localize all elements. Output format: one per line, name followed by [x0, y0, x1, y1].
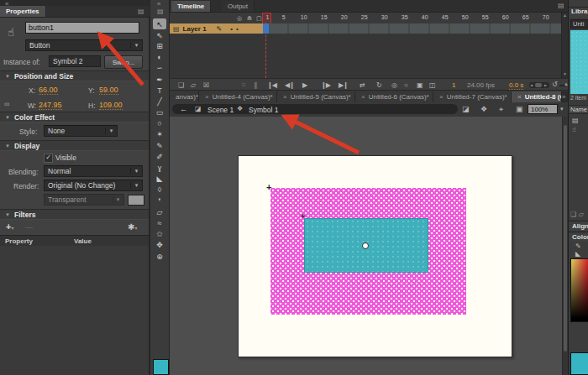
free-transform-tool[interactable]: ⊞ — [150, 40, 169, 51]
edit-multiple-frames-button[interactable]: ▣ — [417, 81, 423, 89]
zoom-tool[interactable]: ⊕ — [150, 251, 169, 262]
oval-tool[interactable]: ○ — [150, 118, 169, 129]
layer-name[interactable]: Layer 1 — [183, 25, 207, 33]
y-value[interactable]: 59.00 — [99, 86, 118, 95]
render-dropdown[interactable]: Original (No Change) ▾ — [44, 180, 143, 191]
paint-bucket-tool[interactable]: ◣ — [150, 174, 169, 185]
eyedropper-tool[interactable]: ❜ — [150, 195, 169, 206]
document-tab-1[interactable]: × Untitled-4 (Canvas)* — [199, 91, 277, 102]
h-value[interactable]: 109.00 — [99, 101, 123, 110]
bone-tool[interactable]: ɣ — [150, 162, 169, 173]
layer-row[interactable]: ▤ Layer 1 ✎ • • — [170, 23, 568, 34]
edit-symbols-button[interactable]: ❖ — [480, 105, 487, 113]
transform-point-icon[interactable] — [362, 242, 369, 249]
timeline-ruler[interactable]: 1510152025303540455055606570 — [170, 13, 568, 23]
frames-strip[interactable] — [269, 23, 561, 34]
brush-tool[interactable]: ✐ — [150, 151, 169, 162]
new-symbol-icon[interactable]: ❏ — [569, 211, 576, 218]
tab-timeline[interactable]: Timeline — [171, 1, 211, 12]
w-value[interactable]: 247.95 — [39, 101, 62, 110]
rectangle-tool[interactable]: ▭ — [150, 107, 169, 118]
tab-overflow-icon[interactable]: » — [562, 93, 565, 101]
canvas-scrollbar-vertical[interactable] — [562, 117, 568, 375]
timeline-scrollbar-vertical[interactable]: ▲ ▼ — [561, 13, 568, 78]
zoom-dropdown-arrow-icon[interactable]: ▾ — [560, 106, 564, 112]
current-frame-value[interactable]: 1 — [452, 81, 455, 89]
step-forward-button[interactable]: ❙▶ — [321, 81, 330, 89]
properties-panel-menu-icon[interactable]: ▤ — [138, 8, 144, 15]
library-panel-header[interactable]: Libra — [569, 7, 588, 18]
spray-brush-tool[interactable]: ✿ — [150, 229, 169, 240]
scroll-right-icon[interactable]: ▶ — [544, 83, 547, 87]
instance-type-dropdown[interactable]: Button ▾ — [25, 39, 143, 51]
visible-checkbox[interactable]: ✓ — [44, 154, 53, 163]
close-icon[interactable]: × — [517, 93, 522, 101]
playhead-marker[interactable] — [262, 13, 271, 24]
text-tool[interactable]: T — [150, 85, 169, 96]
document-tab-0[interactable]: anvas)* — [170, 91, 199, 102]
elapsed-time-value[interactable]: 0.0 s — [509, 81, 523, 90]
scrollbar-thumb[interactable] — [564, 125, 567, 352]
fill-color-icon[interactable]: ◣ — [575, 250, 580, 258]
close-icon[interactable]: × — [439, 93, 444, 101]
new-folder-icon[interactable]: ▱ — [579, 211, 584, 218]
back-button[interactable]: ← — [180, 105, 187, 113]
new-folder-button[interactable]: ▱ — [191, 81, 195, 89]
stroke-color-icon[interactable]: ✎ — [575, 242, 581, 250]
swap-button[interactable]: Swap... — [104, 55, 143, 69]
polystar-tool[interactable]: ✶ — [150, 129, 169, 140]
section-filters[interactable]: ▼ Filters — [0, 209, 149, 220]
collapse-panel-icon[interactable]: « — [157, 0, 160, 8]
section-display[interactable]: ▼ Display — [0, 140, 149, 151]
layer-lock-dot-icon[interactable]: • — [236, 25, 239, 33]
instance-name-input[interactable] — [25, 22, 139, 34]
library-item-row[interactable]: ☝ — [569, 125, 588, 133]
document-tab-2[interactable]: × Untitled-5 (Canvas)* — [277, 91, 355, 102]
tab-output[interactable]: Output — [222, 1, 255, 12]
tab-properties[interactable]: Properties — [0, 6, 46, 17]
onion-skin-button[interactable]: ◎ — [391, 81, 396, 89]
scroll-up-icon[interactable]: ▲ — [563, 13, 567, 18]
clip-content-button[interactable]: ▣ — [516, 105, 523, 113]
filter-options-button[interactable]: ✱▾ — [128, 222, 137, 232]
eraser-tool[interactable]: ▱ — [150, 206, 169, 217]
step-back-button[interactable]: ◀❙ — [285, 81, 294, 89]
pencil-tool[interactable]: ✎ — [150, 140, 169, 151]
close-icon[interactable]: × — [283, 93, 287, 101]
line-tool[interactable]: ╱ — [150, 96, 169, 107]
play-button[interactable]: ▶ — [302, 81, 307, 89]
library-item-row[interactable]: ▤ — [569, 116, 588, 124]
timeline-scrollbar-horizontal[interactable]: ◀ ▶ — [529, 82, 549, 88]
new-layer-button[interactable]: ❏ — [178, 81, 183, 89]
style-dropdown[interactable]: None ▾ — [44, 125, 118, 137]
timeline-panel-menu-icon[interactable]: ▤ — [558, 2, 564, 9]
edit-scene-button[interactable]: ◪ — [462, 105, 470, 113]
modify-markers-button[interactable]: ◫ — [429, 81, 435, 89]
scroll-down-icon[interactable]: ▼ — [563, 71, 567, 76]
library-name-column-header[interactable]: Name — [569, 105, 588, 114]
add-filter-button[interactable]: +▾ — [6, 221, 13, 232]
library-document-select[interactable]: Unti — [570, 19, 588, 29]
close-icon[interactable]: × — [361, 93, 365, 101]
layer-row-header[interactable]: ▤ Layer 1 ✎ • • — [170, 23, 263, 34]
zoom-level-field[interactable]: 100% — [528, 104, 558, 114]
scroll-left-icon[interactable]: ◀ — [530, 83, 533, 87]
hand-tool[interactable]: ✥ — [150, 240, 169, 251]
document-tab-5[interactable]: × Untitled-8 (Canvas)* — [512, 91, 562, 102]
color-fill-swatch[interactable] — [570, 352, 588, 375]
layer-visibility-dot-icon[interactable]: • — [230, 25, 233, 33]
center-frame-button[interactable]: ⇄ — [360, 81, 365, 89]
onion-outlines-button[interactable]: ○ — [404, 81, 407, 89]
lasso-tool[interactable]: ∽ — [150, 63, 169, 74]
align-panel-header[interactable]: Align — [569, 221, 588, 231]
breadcrumb-scene[interactable]: Scene 1 — [207, 106, 234, 114]
constrain-link-icon[interactable]: ∞ — [4, 100, 9, 108]
fill-color-swatch[interactable] — [153, 359, 169, 375]
width-tool[interactable]: ≈ — [150, 217, 169, 228]
gradient-transform-tool[interactable]: ◐ — [150, 52, 169, 63]
color-gradient-picker[interactable] — [570, 258, 588, 322]
section-position-and-size[interactable]: ▼ Position and Size — [0, 70, 149, 81]
blending-dropdown[interactable]: Normal ▾ — [44, 165, 143, 177]
go-first-frame-button[interactable]: ❙◀ — [267, 81, 276, 89]
reset-timeline-zoom-icon[interactable]: ↺ — [552, 81, 558, 88]
